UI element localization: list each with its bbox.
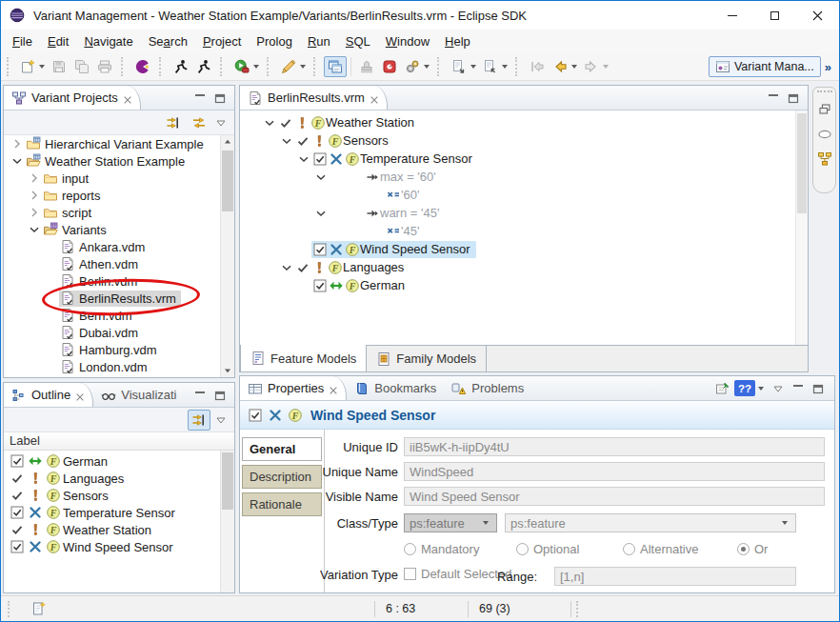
scrollbar-vertical[interactable]	[795, 110, 808, 345]
variant-transform-button[interactable]	[378, 56, 401, 77]
view-minimize-button[interactable]	[765, 90, 782, 107]
tree-item-berlinresults-vrm[interactable]: BerlinResults.vrm	[4, 290, 234, 307]
menu-navigate[interactable]: Navigate	[76, 31, 140, 51]
tab-problems[interactable]: Problems	[444, 376, 531, 400]
view-maximize-button[interactable]	[785, 90, 802, 107]
gears-dropdown[interactable]	[424, 65, 430, 71]
scroll-up-icon[interactable]	[222, 136, 233, 148]
expand-toggle[interactable]	[27, 222, 42, 237]
feature-row-german[interactable]: FGerman	[240, 276, 808, 294]
menu-window[interactable]: Window	[378, 31, 437, 51]
settings-gears-button[interactable]	[401, 56, 424, 77]
radio-optional[interactable]: Optional	[516, 542, 579, 556]
print-button[interactable]	[93, 56, 116, 77]
feature-row-60[interactable]: '60'	[240, 186, 808, 204]
view-maximize-button[interactable]	[211, 90, 229, 107]
tab-feature-models[interactable]: Feature Models	[240, 345, 367, 371]
collapse-tree-button[interactable]	[162, 112, 185, 133]
minimize-button[interactable]	[710, 1, 753, 30]
expand-toggle[interactable]	[10, 136, 25, 151]
menu-edit[interactable]: Edit	[40, 31, 76, 51]
tree-item-bern-vdm[interactable]: Bern.vdm	[4, 307, 234, 324]
view-menu-button[interactable]	[770, 380, 787, 397]
pin-view-button[interactable]	[714, 380, 731, 397]
tab-family-models[interactable]: Family Models	[367, 346, 487, 371]
outline-item-temperature-sensor[interactable]: FTemperature Sensor	[4, 504, 234, 521]
tab-properties[interactable]: Properties	[240, 376, 347, 400]
expand-toggle[interactable]	[27, 188, 42, 203]
back-dropdown[interactable]	[571, 65, 577, 71]
forward-button[interactable]	[580, 56, 603, 77]
scrollbar-thumb[interactable]	[222, 150, 233, 211]
feature-row-weather-station[interactable]: FWeather Station	[240, 113, 808, 131]
menu-prolog[interactable]: Prolog	[249, 31, 300, 51]
checkbox-checked-cell[interactable]	[311, 241, 328, 257]
unique-id-input[interactable]	[404, 437, 825, 456]
tree-item-madrid-vdm[interactable]: Madrid.vdm	[4, 375, 234, 377]
menu-file[interactable]: File	[5, 31, 40, 51]
expand-toggle[interactable]	[278, 259, 294, 275]
tree-item-berlin-vdm[interactable]: Berlin.vdm	[4, 272, 234, 290]
tree-item-hamburg-vdm[interactable]: Hamburg.vdm	[4, 341, 234, 358]
next-annotation-button[interactable]	[448, 56, 470, 77]
close-icon[interactable]	[75, 391, 85, 400]
minimized-view-button-2[interactable]	[816, 150, 833, 168]
expand-toggle[interactable]	[10, 153, 25, 169]
restore-view-button[interactable]	[816, 101, 833, 118]
radio-alternative[interactable]: Alternative	[623, 542, 698, 556]
tree-item-dubai-vdm[interactable]: Dubai.vdm	[4, 324, 234, 341]
scrollbar-vertical[interactable]	[220, 451, 234, 592]
view-maximize-button[interactable]	[810, 380, 827, 397]
marker-dropdown[interactable]	[300, 65, 306, 71]
scroll-down-icon[interactable]	[222, 365, 233, 376]
feature-row-sensors[interactable]: FSensors	[240, 131, 808, 150]
marker-button[interactable]	[277, 56, 300, 77]
radio-mandatory[interactable]: Mandatory	[404, 542, 479, 556]
perspective-overflow-chevron[interactable]: »	[825, 60, 833, 74]
tree-item-weather-station-example[interactable]: Weather Station Example	[4, 152, 234, 170]
expand-toggle[interactable]	[27, 205, 42, 220]
new-dropdown[interactable]	[39, 65, 45, 71]
tree-item-athen-vdm[interactable]: Athen.vdm	[4, 255, 234, 272]
feature-row-warn-45[interactable]: warn = '45'	[240, 204, 808, 222]
outline-column-header[interactable]: Label	[4, 432, 234, 451]
outline-item-languages[interactable]: FLanguages	[4, 470, 234, 487]
tree-item-variants[interactable]: Variants	[4, 221, 234, 238]
view-minimize-button[interactable]	[790, 380, 807, 397]
visible-name-input[interactable]	[404, 487, 825, 506]
link-with-editor-button[interactable]	[188, 112, 210, 133]
menu-help[interactable]: Help	[437, 31, 478, 51]
view-menu-button[interactable]	[213, 410, 229, 431]
checkbox-checked-cell[interactable]	[311, 277, 328, 293]
previous-annotation-dropdown[interactable]	[502, 65, 508, 71]
link-with-editor-button[interactable]	[188, 410, 210, 431]
menu-sql[interactable]: SQL	[338, 31, 378, 51]
expand-toggle[interactable]	[312, 205, 329, 221]
type-combo[interactable]: ps:feature	[505, 513, 796, 532]
view-minimize-button[interactable]	[191, 387, 209, 404]
tab-editor-berlinresults[interactable]: BerlinResults.vrm	[240, 86, 388, 110]
unique-name-input[interactable]	[404, 462, 825, 481]
range-input[interactable]	[554, 567, 796, 586]
last-edit-location-button[interactable]	[526, 56, 549, 77]
help-button[interactable]: ??	[734, 380, 755, 396]
view-menu-button[interactable]	[213, 112, 229, 133]
back-button[interactable]	[549, 56, 571, 77]
tree-item-reports[interactable]: reports	[4, 187, 234, 204]
tree-item-hierarchical-variant-example[interactable]: Hierarchical Variant Example	[4, 135, 234, 152]
menu-project[interactable]: Project	[195, 31, 249, 51]
perspective-variant-management-button[interactable]: Variant Mana...	[709, 56, 821, 77]
radio-or[interactable]: Or	[737, 542, 768, 556]
minimized-view-button-1[interactable]	[816, 126, 833, 143]
prolog-console-button[interactable]	[131, 56, 154, 77]
expand-toggle[interactable]	[261, 114, 277, 130]
menu-search[interactable]: Search	[141, 31, 195, 51]
open-editor-button[interactable]	[324, 56, 347, 77]
stamp-button[interactable]	[355, 56, 378, 77]
tree-item-script[interactable]: script	[4, 204, 234, 221]
help-dropdown[interactable]	[758, 387, 764, 393]
feature-row-max-60[interactable]: max = '60'	[240, 168, 808, 186]
expand-toggle[interactable]	[312, 169, 329, 185]
expand-toggle[interactable]	[278, 132, 294, 149]
maximize-button[interactable]	[753, 1, 796, 30]
